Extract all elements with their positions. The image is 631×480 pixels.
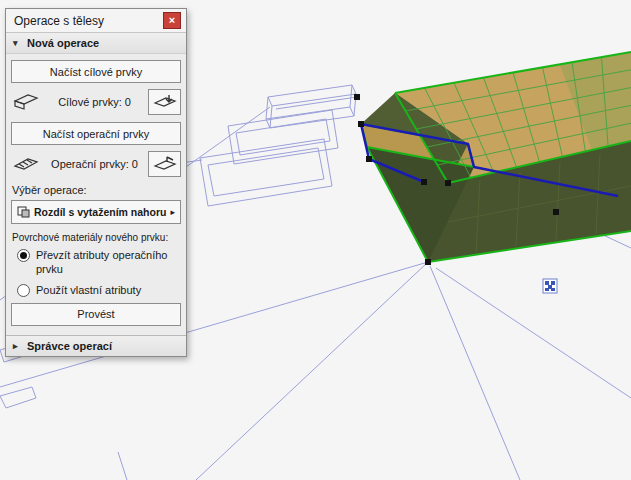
operator-elements-counter: Operační prvky: 0 [44,158,145,170]
section-operation-manager-label: Správce operací [27,340,112,352]
deck-solid [354,52,631,265]
operation-select-label: Výběr operace: [12,184,180,196]
chevron-right-icon: ▸ [13,341,21,351]
radio-inherit-attributes[interactable]: Převzít atributy operačního prvku [17,248,181,277]
pick-operator-elements-button[interactable] [148,151,181,177]
radio-inherit-label: Převzít atributy operačního prvku [36,248,181,277]
application-window: Operace s tělesy × ▾ Nová operace Načíst… [0,0,631,480]
dialog-title-bar[interactable]: Operace s tělesy × [6,9,186,33]
close-icon[interactable]: × [163,12,181,29]
radio-custom-label: Použít vlastní atributy [36,283,141,297]
operation-dropdown[interactable]: Rozdíl s vytažením nahoru ▸ [11,200,181,224]
dialog-content: Načíst cílové prvky Cílové prvky: 0 [6,54,186,335]
chevron-down-icon: ▾ [13,38,21,48]
execute-button[interactable]: Provést [11,303,181,326]
load-target-elements-button[interactable]: Načíst cílové prvky [11,60,181,83]
operator-pick-icon [153,155,177,173]
solid-operations-dialog: Operace s tělesy × ▾ Nová operace Načíst… [5,8,187,357]
target-elements-icon [11,91,41,113]
target-elements-row: Cílové prvky: 0 [11,89,181,115]
pick-target-elements-button[interactable] [148,89,181,115]
radio-button-icon[interactable] [17,249,30,262]
section-operation-manager[interactable]: ▸ Správce operací [6,335,186,356]
target-pick-icon [153,93,177,111]
target-elements-counter: Cílové prvky: 0 [44,96,145,108]
operator-elements-icon [11,153,41,175]
radio-button-icon[interactable] [17,284,30,297]
radio-custom-attributes[interactable]: Použít vlastní atributy [17,283,181,297]
subtract-operation-icon [17,206,30,218]
load-target-elements-label: Načíst cílové prvky [50,66,142,78]
load-operator-elements-button[interactable]: Načíst operační prvky [11,122,181,145]
load-operator-elements-label: Načíst operační prvky [43,128,149,140]
flyout-arrow-icon: ▸ [170,207,175,217]
operator-elements-row: Operační prvky: 0 [11,151,181,177]
execute-button-label: Provést [77,308,114,320]
hotspot-marker-icon [543,279,557,293]
operation-dropdown-value: Rozdíl s vytažením nahoru [34,206,166,218]
surface-materials-label: Povrchové materiály nového prvku: [12,232,181,243]
dialog-title: Operace s tělesy [14,14,163,28]
section-new-operation-label: Nová operace [27,37,99,49]
section-new-operation[interactable]: ▾ Nová operace [6,33,186,54]
